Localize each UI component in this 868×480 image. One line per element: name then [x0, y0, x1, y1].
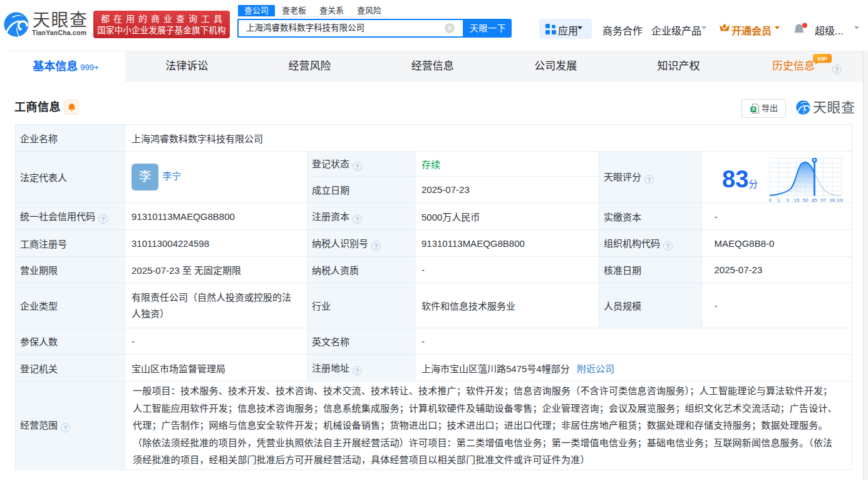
svg-text:85: 85 — [812, 197, 817, 203]
svg-text:99: 99 — [830, 197, 835, 203]
svg-text:15: 15 — [793, 197, 799, 203]
svg-text:X: X — [752, 106, 755, 112]
svg-text:0: 0 — [769, 197, 772, 203]
svg-text:VIP: VIP — [817, 55, 827, 62]
svg-text:1: 1 — [777, 197, 780, 203]
svg-text:50: 50 — [803, 197, 809, 203]
svg-text:97: 97 — [820, 197, 826, 203]
svg-text:100: 100 — [837, 197, 843, 203]
svg-text:3: 3 — [786, 197, 789, 203]
